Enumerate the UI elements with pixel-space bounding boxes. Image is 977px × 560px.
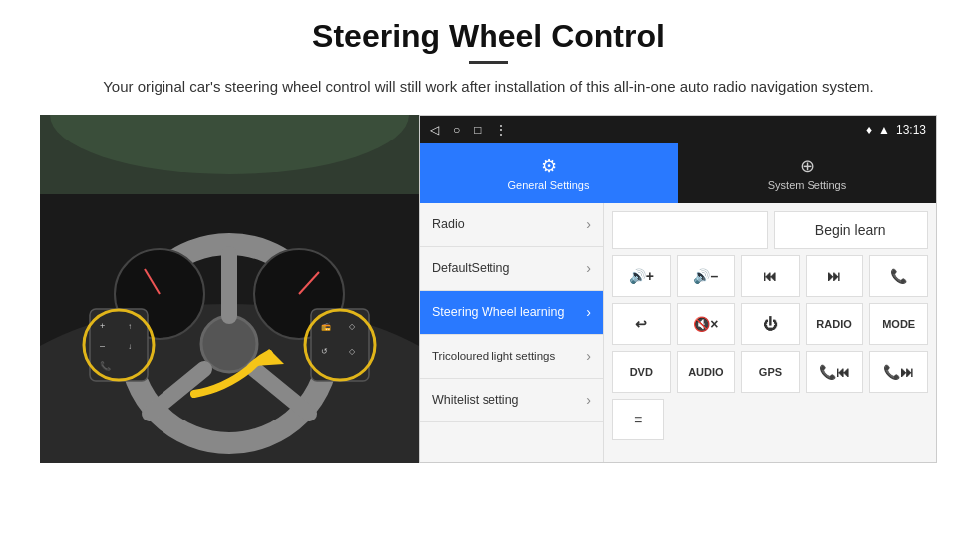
menu-item-tricoloured[interactable]: Tricoloured light settings › — [420, 335, 603, 379]
menu-button[interactable]: ⋮ — [495, 123, 507, 137]
next-track-button[interactable]: ⏭ — [806, 255, 864, 297]
call-button[interactable]: 📞 — [869, 255, 928, 297]
call-next-button[interactable]: 📞⏭ — [869, 351, 928, 393]
power-button[interactable]: ⏻ — [741, 303, 800, 345]
svg-text:📞: 📞 — [100, 360, 112, 372]
svg-text:📻: 📻 — [321, 321, 331, 331]
left-menu: Radio › DefaultSetting › Steering Wheel … — [420, 203, 604, 462]
location-icon: ♦ — [866, 123, 872, 137]
menu-item-defaultsetting-label: DefaultSetting — [432, 261, 510, 275]
svg-text:◇: ◇ — [349, 322, 356, 331]
main-content: + ↑ – ↓ 📞 📻 ◇ ↺ ◇ — [40, 115, 937, 463]
status-bar-nav: ◁ ○ □ ⋮ — [430, 123, 507, 137]
status-bar-info: ♦ ▲ 13:13 — [866, 123, 926, 137]
svg-rect-11 — [90, 309, 148, 381]
menu-item-radio-label: Radio — [432, 217, 465, 231]
mute-button[interactable]: 🔇× — [677, 303, 736, 345]
control-row-3: ↩ 🔇× ⏻ RADIO MODE — [612, 303, 928, 345]
list-button[interactable]: ≡ — [612, 399, 664, 440]
home-button[interactable]: ○ — [453, 123, 460, 137]
menu-item-defaultsetting[interactable]: DefaultSetting › — [420, 247, 603, 291]
menu-arrow-whitelist: › — [586, 392, 591, 408]
status-bar: ◁ ○ □ ⋮ ♦ ▲ 13:13 — [420, 116, 936, 143]
control-row-5: ≡ — [612, 399, 928, 440]
back-button[interactable]: ◁ — [430, 123, 439, 137]
menu-item-steering[interactable]: Steering Wheel learning › — [420, 291, 603, 335]
menu-item-whitelist[interactable]: Whitelist setting › — [420, 379, 603, 422]
menu-item-tricoloured-label: Tricoloured light settings — [432, 350, 555, 362]
svg-text:–: – — [100, 341, 105, 351]
empty-placeholder — [612, 211, 768, 249]
svg-text:+: + — [100, 321, 105, 331]
radio-button[interactable]: RADIO — [806, 303, 864, 345]
svg-text:↓: ↓ — [128, 342, 132, 351]
recents-button[interactable]: □ — [474, 123, 481, 137]
hangup-button[interactable]: ↩ — [612, 303, 671, 345]
svg-rect-17 — [311, 309, 369, 381]
menu-arrow-tricoloured: › — [586, 348, 591, 364]
prev-track-button[interactable]: ⏮ — [741, 255, 800, 297]
menu-item-steering-label: Steering Wheel learning — [432, 305, 564, 319]
title-divider — [469, 61, 508, 64]
vol-down-button[interactable]: 🔊– — [677, 255, 736, 297]
control-row-4: DVD AUDIO GPS 📞⏮ 📞⏭ — [612, 351, 928, 393]
dvd-button[interactable]: DVD — [612, 351, 671, 393]
mode-button[interactable]: MODE — [869, 303, 928, 345]
menu-arrow-steering: › — [586, 304, 591, 320]
page-subtitle: Your original car's steering wheel contr… — [40, 76, 937, 99]
svg-text:↑: ↑ — [128, 322, 132, 331]
tab-general-settings[interactable]: ⚙ General Settings — [420, 143, 678, 203]
svg-text:◇: ◇ — [349, 347, 356, 356]
tab-general-label: General Settings — [508, 179, 590, 191]
right-panel: Begin learn 🔊+ 🔊– ⏮ ⏭ 📞 ↩ 🔇× ⏻ — [604, 203, 936, 462]
begin-learn-button[interactable]: Begin learn — [774, 211, 929, 249]
menu-arrow-radio: › — [586, 216, 591, 232]
vol-up-button[interactable]: 🔊+ — [612, 255, 671, 297]
menu-item-whitelist-label: Whitelist setting — [432, 393, 519, 407]
call-prev-button[interactable]: 📞⏮ — [806, 351, 864, 393]
content-area: Radio › DefaultSetting › Steering Wheel … — [420, 203, 936, 462]
gps-button[interactable]: GPS — [741, 351, 800, 393]
car-image: + ↑ – ↓ 📞 📻 ◇ ↺ ◇ — [40, 115, 419, 463]
time-display: 13:13 — [896, 123, 926, 137]
menu-arrow-default: › — [586, 260, 591, 276]
system-icon: ⊕ — [800, 155, 814, 177]
audio-button[interactable]: AUDIO — [677, 351, 736, 393]
menu-item-radio[interactable]: Radio › — [420, 203, 603, 247]
gear-icon: ⚙ — [541, 155, 557, 177]
svg-text:↺: ↺ — [321, 347, 328, 356]
android-ui: ◁ ○ □ ⋮ ♦ ▲ 13:13 ⚙ General Settings — [419, 115, 937, 463]
wifi-icon: ▲ — [878, 123, 890, 137]
nav-tabs: ⚙ General Settings ⊕ System Settings — [420, 143, 936, 203]
page-title: Steering Wheel Control — [40, 18, 937, 55]
control-row-1: Begin learn — [612, 211, 928, 249]
tab-system-label: System Settings — [768, 179, 846, 191]
control-row-2: 🔊+ 🔊– ⏮ ⏭ 📞 — [612, 255, 928, 297]
tab-system-settings[interactable]: ⊕ System Settings — [678, 143, 936, 203]
